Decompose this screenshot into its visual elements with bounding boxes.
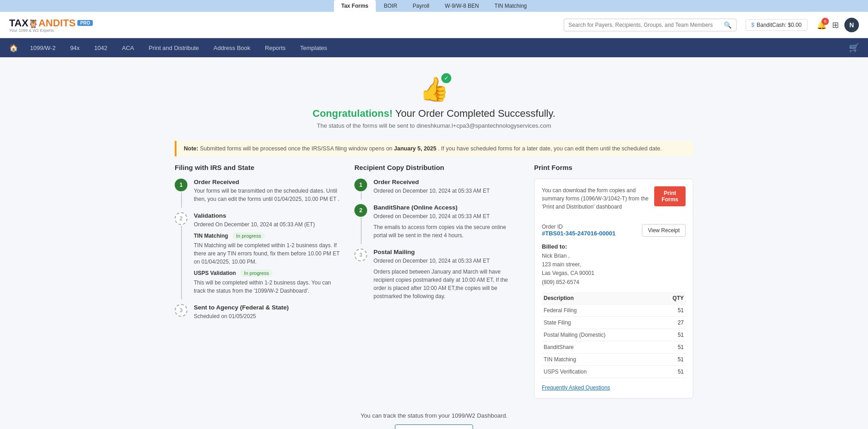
print-desc-row: You can download the form copies and sum…	[542, 186, 686, 216]
notification-badge: 6	[822, 18, 829, 25]
top-nav-tin-matching[interactable]: TIN Matching	[487, 0, 534, 12]
check-icon: ✓	[441, 73, 451, 83]
step-3-content: Sent to Agency (Federal & State) Schedul…	[194, 304, 341, 320]
r-step-3-title: Postal Mailing	[373, 249, 520, 255]
search-bar[interactable]: 🔍	[564, 19, 737, 31]
billing-row: TIN Matching51	[542, 353, 686, 365]
top-nav-w9[interactable]: W-9/W-8 BEN	[438, 0, 486, 12]
step-1-title: Order Received	[194, 179, 341, 185]
billing-qty: 51	[659, 353, 686, 365]
home-icon[interactable]: 🏠	[9, 44, 18, 52]
step-1-desc: Your forms will be transmitted on the sc…	[194, 187, 341, 203]
order-id-section: Order ID #TBS01-345-247016-00001 View Re…	[542, 224, 686, 237]
success-title-rest: Your Order Completed Successfully.	[393, 108, 555, 119]
filing-section: Filing with IRS and State 1 Order Receiv…	[175, 164, 341, 399]
filing-step-1: 1 Order Received Your forms will be tran…	[175, 179, 341, 203]
r-step-3-desc: Orders placed between January and March …	[373, 268, 520, 300]
notifications-button[interactable]: 🔔 6	[817, 20, 827, 30]
billing-desc: BanditShare	[542, 341, 659, 353]
r-step-2-desc: The emails to access form copies via the…	[373, 223, 520, 239]
header: TAX🦉ANDITS PRO Your 1099 & W2 Experts 🔍 …	[0, 12, 868, 38]
billing-qty: 51	[659, 365, 686, 378]
logo: TAX🦉ANDITS PRO Your 1099 & W2 Experts	[9, 17, 93, 33]
search-icon: 🔍	[724, 21, 732, 29]
three-column-layout: Filing with IRS and State 1 Order Receiv…	[175, 164, 693, 399]
billing-desc: State Filing	[542, 316, 659, 329]
tin-matching-desc: TIN Matching will be completed within 1-…	[194, 241, 341, 266]
billed-phone: (809) 852-6574	[542, 278, 686, 287]
step-3-num: 3	[175, 304, 187, 317]
faq-link[interactable]: Frequently Asked Questions	[542, 384, 686, 391]
avatar[interactable]: N	[844, 18, 859, 32]
top-nav-tax-forms[interactable]: Tax Forms	[334, 0, 376, 12]
nav-aca[interactable]: ACA	[116, 38, 141, 57]
step-1-num: 1	[175, 179, 187, 191]
note-banner: Note: Submitted forms will be processed …	[175, 141, 693, 156]
search-input[interactable]	[569, 22, 724, 28]
billing-desc: Postal Mailing (Domestic)	[542, 329, 659, 341]
filing-timeline: 1 Order Received Your forms will be tran…	[175, 179, 341, 320]
billing-qty: 51	[659, 329, 686, 341]
nav-templates[interactable]: Templates	[294, 38, 333, 57]
tin-matching-label: TIN Matching	[194, 233, 228, 239]
billing-desc: USPS Verification	[542, 365, 659, 378]
nav-1042[interactable]: 1042	[88, 38, 114, 57]
grid-icon[interactable]: ⊞	[832, 20, 839, 30]
print-forms-button[interactable]: Print Forms	[654, 186, 686, 206]
view-receipt-button[interactable]: View Receipt	[642, 224, 686, 237]
nav-94x[interactable]: 94x	[64, 38, 86, 57]
billing-qty: 51	[659, 341, 686, 353]
recipient-section: Recipient Copy Distribution 1 Order Rece…	[354, 164, 520, 399]
billed-section: Billed to: Nick Brian , 123 main streer,…	[542, 243, 686, 287]
billed-title: Billed to:	[542, 243, 686, 250]
billing-row: State Filing27	[542, 316, 686, 329]
recipient-step-2: 2 BanditShare (Online Access) Ordered on…	[354, 204, 520, 239]
secondary-nav: 🏠 1099/W-2 94x 1042 ACA Print and Distri…	[0, 38, 868, 57]
step-3-title: Sent to Agency (Federal & State)	[194, 304, 341, 311]
nav-address[interactable]: Address Book	[207, 38, 257, 57]
billed-address1: 123 main streer,	[542, 260, 686, 269]
billing-desc: Federal Filing	[542, 304, 659, 316]
note-text: Submitted forms will be processed once t…	[200, 145, 394, 152]
top-nav: Tax Forms BOIR Payroll W-9/W-8 BEN TIN M…	[0, 0, 868, 12]
note-date: January 5, 2025	[394, 145, 436, 152]
nav-print[interactable]: Print and Distribute	[142, 38, 206, 57]
pro-badge: PRO	[77, 20, 93, 26]
recipient-step-3: 3 Postal Mailing Ordered on December 10,…	[354, 249, 520, 300]
col-description: Description	[542, 292, 659, 304]
usps-label: USPS Validation	[194, 270, 236, 276]
step-1-content: Order Received Your forms will be transm…	[194, 179, 341, 203]
billing-row: USPS Verification51	[542, 365, 686, 378]
filing-step-3: 3 Sent to Agency (Federal & State) Sched…	[175, 304, 341, 320]
billed-address2: Las Vegas, CA 90001	[542, 269, 686, 278]
recipient-timeline: 1 Order Received Ordered on December 10,…	[354, 179, 520, 300]
top-nav-payroll[interactable]: Payroll	[405, 0, 437, 12]
nav-reports[interactable]: Reports	[258, 38, 292, 57]
usps-status: In progress	[240, 269, 273, 277]
cart-icon[interactable]: 🛒	[849, 43, 859, 53]
success-subtitle: The status of the forms will be sent to …	[175, 122, 693, 129]
r-step-1-date: Ordered on December 10, 2024 at 05:33 AM…	[373, 187, 520, 195]
tin-matching-status: In progress	[232, 232, 265, 239]
print-section-box: You can download the form copies and sum…	[534, 179, 693, 399]
r-step-1-content: Order Received Ordered on December 10, 2…	[373, 179, 520, 195]
success-section: 👍 ✓ Congratulations! Your Order Complete…	[175, 66, 693, 134]
bottom-section: You can track the status from your 1099/…	[175, 412, 693, 429]
cash-icon: $	[752, 22, 755, 28]
recipient-step-1: 1 Order Received Ordered on December 10,…	[354, 179, 520, 195]
r-step-2-content: BanditShare (Online Access) Ordered on D…	[373, 204, 520, 239]
print-section-title: Print Forms	[534, 164, 693, 171]
r-step-3-num: 3	[354, 249, 367, 261]
order-id-value: #TBS01-345-247016-00001	[542, 230, 616, 237]
top-nav-boir[interactable]: BOIR	[377, 0, 404, 12]
step-3-desc: Scheduled on 01/05/2025	[194, 312, 341, 320]
header-icons: 🔔 6 ⊞ N	[817, 18, 859, 32]
nav-1099[interactable]: 1099/W-2	[24, 38, 62, 57]
step-2-ordered: Ordered On December 10, 2024 at 05:33 AM…	[194, 220, 341, 229]
print-desc: You can download the form copies and sum…	[542, 186, 650, 211]
go-to-dashboard-button[interactable]: Go to Dashboard	[395, 424, 474, 429]
filing-section-title: Filing with IRS and State	[175, 164, 341, 171]
logo-subtitle: Your 1099 & W2 Experts	[9, 28, 54, 33]
step-2-title: Validations	[194, 212, 341, 219]
main-content: 👍 ✓ Congratulations! Your Order Complete…	[161, 57, 707, 429]
